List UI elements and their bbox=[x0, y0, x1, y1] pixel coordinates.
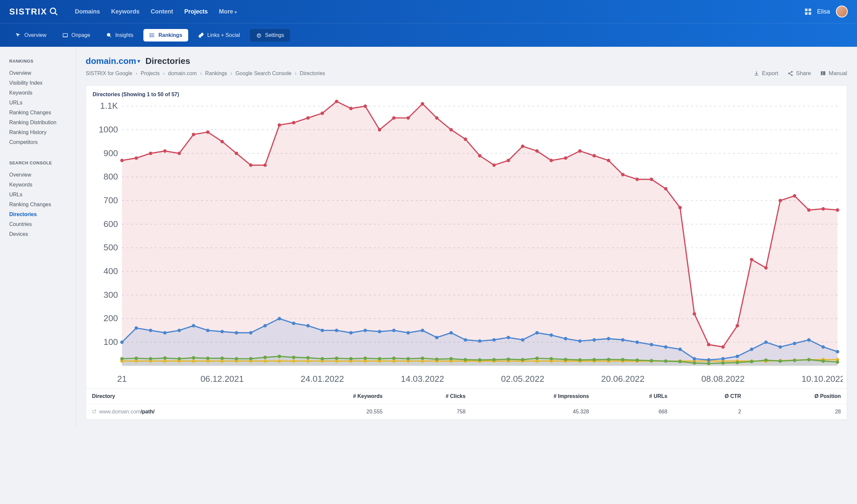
sidebar-item[interactable]: Overview bbox=[9, 170, 75, 180]
svg-point-173 bbox=[421, 329, 424, 332]
tab-onpage[interactable]: Onpage bbox=[56, 29, 96, 41]
svg-text:800: 800 bbox=[103, 172, 118, 181]
table-header[interactable]: # URLs bbox=[595, 389, 673, 404]
breadcrumb-item[interactable]: Google Search Console bbox=[235, 70, 291, 76]
svg-point-250 bbox=[793, 194, 796, 198]
svg-point-161 bbox=[249, 331, 253, 335]
nav-projects[interactable]: Projects bbox=[184, 8, 208, 15]
svg-point-55 bbox=[192, 359, 196, 363]
breadcrumb-item[interactable]: domain.com bbox=[168, 70, 197, 76]
nav-keywords[interactable]: Keywords bbox=[111, 8, 139, 15]
svg-point-111 bbox=[263, 355, 267, 359]
svg-point-101 bbox=[120, 357, 124, 361]
svg-text:24.01.2022: 24.01.2022 bbox=[301, 374, 344, 384]
svg-point-159 bbox=[220, 330, 224, 333]
svg-point-182 bbox=[550, 333, 553, 337]
svg-text:21: 21 bbox=[117, 374, 127, 384]
tab-overview[interactable]: Overview bbox=[9, 29, 52, 41]
svg-point-247 bbox=[750, 258, 754, 262]
breadcrumb-item[interactable]: Rankings bbox=[205, 70, 227, 76]
svg-point-194 bbox=[721, 357, 725, 361]
svg-point-125 bbox=[464, 358, 467, 362]
apps-icon[interactable] bbox=[805, 8, 811, 15]
tab-settings[interactable]: Settings bbox=[250, 29, 290, 41]
sidebar-item[interactable]: Keywords bbox=[9, 88, 75, 98]
svg-point-235 bbox=[578, 149, 582, 153]
share-button[interactable]: Share bbox=[787, 70, 811, 77]
svg-point-175 bbox=[449, 331, 453, 335]
table-header[interactable]: Ø Position bbox=[747, 389, 847, 404]
svg-point-200 bbox=[807, 338, 811, 342]
svg-point-177 bbox=[478, 339, 482, 343]
sidebar-item[interactable]: URLs bbox=[9, 98, 75, 108]
sidebar-item[interactable]: Countries bbox=[9, 220, 75, 229]
nav-content[interactable]: Content bbox=[151, 8, 173, 15]
svg-point-163 bbox=[278, 317, 281, 320]
svg-point-249 bbox=[778, 199, 782, 203]
breadcrumb-item[interactable]: Projects bbox=[141, 70, 160, 76]
svg-point-225 bbox=[435, 116, 439, 120]
svg-point-241 bbox=[664, 187, 668, 191]
svg-point-108 bbox=[220, 357, 224, 360]
svg-point-141 bbox=[692, 361, 696, 365]
page-title: Directories bbox=[145, 56, 190, 66]
svg-point-118 bbox=[364, 357, 367, 360]
sidebar-item[interactable]: URLs bbox=[9, 190, 75, 199]
sidebar-item[interactable]: Ranking Distribution bbox=[9, 118, 75, 127]
table-header[interactable]: # Keywords bbox=[281, 389, 389, 404]
tab-rankings[interactable]: Rankings bbox=[144, 29, 188, 41]
nav-more[interactable]: More ▾ bbox=[219, 8, 237, 15]
sidebar-item[interactable]: Visibility Index bbox=[9, 78, 75, 88]
chart[interactable]: 10020030040050060070080090010001.1K2106.… bbox=[86, 100, 847, 388]
page-actions: Export Share Manual bbox=[754, 70, 847, 77]
main-nav: Domains Keywords Content Projects More ▾ bbox=[75, 8, 805, 15]
svg-point-162 bbox=[263, 324, 267, 327]
svg-point-61 bbox=[278, 359, 281, 363]
svg-point-198 bbox=[778, 345, 782, 349]
svg-point-11 bbox=[150, 36, 150, 37]
svg-point-240 bbox=[650, 177, 653, 181]
logo[interactable]: SISTRIX bbox=[9, 6, 58, 17]
svg-point-168 bbox=[349, 331, 353, 335]
svg-point-116 bbox=[335, 357, 338, 360]
svg-point-197 bbox=[764, 341, 768, 344]
sidebar-item[interactable]: Devices bbox=[9, 229, 75, 239]
tab-links[interactable]: Links + Social bbox=[192, 29, 246, 41]
svg-point-107 bbox=[206, 357, 209, 360]
breadcrumb-item[interactable]: SISTRIX for Google bbox=[86, 70, 132, 76]
table-header[interactable]: # Impressions bbox=[471, 389, 595, 404]
domain-dropdown[interactable]: domain.com▾ bbox=[86, 56, 140, 66]
sidebar-item[interactable]: Directories bbox=[9, 209, 75, 220]
export-button[interactable]: Export bbox=[754, 70, 778, 77]
manual-button[interactable]: Manual bbox=[820, 70, 847, 77]
svg-point-205 bbox=[149, 152, 153, 155]
svg-point-145 bbox=[750, 360, 754, 363]
sidebar-item[interactable]: Competitors bbox=[9, 137, 75, 147]
sidebar-item[interactable]: Overview bbox=[9, 68, 75, 78]
sidebar-item[interactable]: Keywords bbox=[9, 180, 75, 190]
table-header[interactable]: # Clicks bbox=[389, 389, 472, 404]
svg-point-206 bbox=[163, 149, 167, 153]
svg-text:200: 200 bbox=[103, 313, 118, 323]
nav-domains[interactable]: Domains bbox=[75, 8, 100, 15]
svg-point-112 bbox=[278, 355, 281, 359]
avatar[interactable] bbox=[836, 5, 848, 17]
tab-insights[interactable]: Insights bbox=[100, 29, 139, 41]
table-row[interactable]: www.domain.com/path/ 20.555 758 45.328 6… bbox=[86, 404, 847, 420]
svg-point-222 bbox=[392, 116, 396, 120]
svg-point-183 bbox=[564, 337, 568, 341]
table-header[interactable]: Ø CTR bbox=[673, 389, 747, 404]
svg-point-146 bbox=[764, 359, 768, 362]
user-name[interactable]: Elisa bbox=[817, 8, 830, 15]
svg-point-242 bbox=[678, 206, 682, 209]
svg-point-155 bbox=[163, 331, 167, 335]
table-header[interactable]: Directory bbox=[86, 389, 281, 404]
svg-point-196 bbox=[750, 348, 754, 351]
sidebar-item[interactable]: Ranking Changes bbox=[9, 108, 75, 118]
svg-point-215 bbox=[292, 121, 296, 124]
sidebar-item[interactable]: Ranking Changes bbox=[9, 199, 75, 209]
svg-point-228 bbox=[478, 154, 482, 157]
svg-point-227 bbox=[464, 137, 467, 141]
sidebar-item[interactable]: Ranking History bbox=[9, 127, 75, 137]
svg-point-117 bbox=[349, 357, 353, 361]
